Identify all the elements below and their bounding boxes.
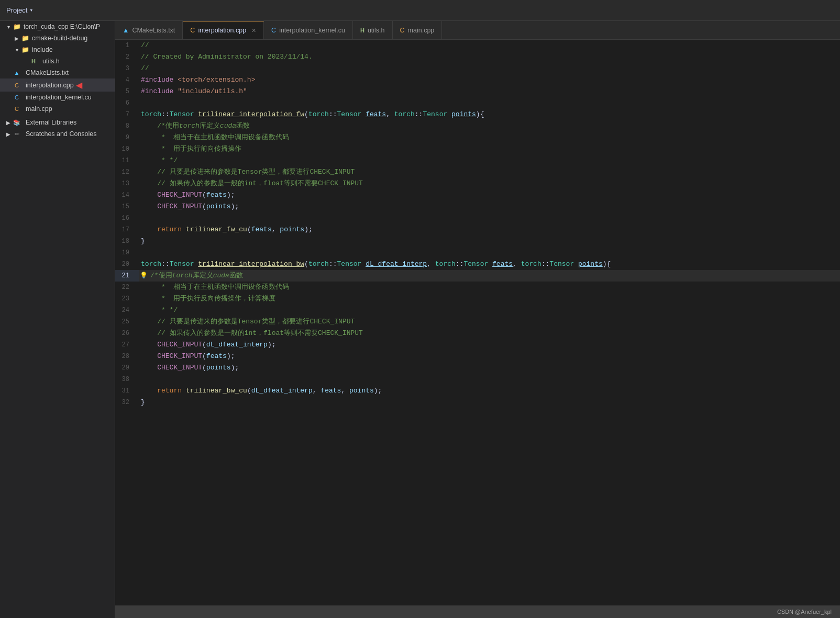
interp-cpp-tab-label: interpolation.cpp: [198, 27, 246, 34]
utils-h-tab-icon: H: [360, 27, 364, 33]
line-num-12: 12: [115, 166, 139, 178]
line-num-10: 10: [115, 143, 139, 155]
code-line-20: 20 torch::Tensor trilinear_interpolation…: [115, 259, 840, 270]
scratches-label: Scratches and Consoles: [26, 130, 97, 138]
code-line-7: 7 torch::Tensor trilinear_interpolation_…: [115, 109, 840, 120]
code-line-13: 13 // 如果传入的参数是一般的int，float等则不需要CHECK_INP…: [115, 178, 840, 189]
line-num-1: 1: [115, 40, 139, 51]
line-content-14: CHECK_INPUT(feats);: [139, 189, 840, 201]
tab-interpolation-cpp[interactable]: C interpolation.cpp ✕: [183, 21, 264, 39]
sidebar: ▾ 📁 torch_cuda_cpp E:\CLion\P ▶ 📁 cmake-…: [0, 21, 115, 618]
interp-cpp-icon: C: [13, 81, 21, 89]
code-line-17: 17 return trilinear_fw_cu(feats, points)…: [115, 224, 840, 235]
code-line-12: 12 // 只要是传进来的参数是Tensor类型，都要进行CHECK_INPUT: [115, 166, 840, 178]
line-content-15: CHECK_INPUT(points);: [139, 201, 840, 212]
line-content-24: * */: [139, 305, 840, 316]
line-num-15: 15: [115, 201, 139, 212]
code-line-1: 1 //: [115, 40, 840, 51]
sidebar-item-cmakelists[interactable]: ▲ CMakeLists.txt: [0, 67, 115, 78]
cmake-build-label: cmake-build-debug: [32, 35, 87, 42]
code-line-29: 29 CHECK_INPUT(points);: [115, 362, 840, 374]
sidebar-item-interpolation-cpp[interactable]: C interpolation.cpp ◀: [0, 78, 115, 92]
line-num-21: 21: [115, 270, 139, 282]
project-title[interactable]: Project: [6, 6, 27, 14]
root-folder-icon: 📁: [13, 23, 21, 31]
tab-cmakelists[interactable]: ▲ CMakeLists.txt: [115, 21, 183, 39]
sidebar-item-external-libs[interactable]: ▶ 📚 External Libraries: [0, 117, 115, 128]
interp-cpp-label: interpolation.cpp: [26, 82, 74, 89]
root-label: torch_cuda_cpp E:\CLion\P: [24, 23, 100, 30]
content-area: ▲ CMakeLists.txt C interpolation.cpp ✕ C…: [115, 21, 840, 618]
utils-h-icon: H: [29, 57, 38, 65]
main-cpp-tab-label: main.cpp: [408, 27, 435, 34]
interp-cu-tab-label: interpolation_kernel.cu: [279, 27, 345, 34]
line-num-31: 31: [115, 385, 139, 397]
sidebar-root[interactable]: ▾ 📁 torch_cuda_cpp E:\CLion\P: [0, 21, 115, 32]
code-line-18: 18 }: [115, 235, 840, 247]
include-label: include: [32, 46, 53, 53]
line-content-23: * 用于执行反向传播操作，计算梯度: [139, 293, 840, 305]
code-line-26: 26 // 如果传入的参数是一般的int，float等则不需要CHECK_INP…: [115, 328, 840, 339]
line-content-1: //: [139, 40, 840, 51]
code-line-2: 2 // Created by Administrator on 2023/11…: [115, 51, 840, 63]
line-num-23: 23: [115, 293, 139, 305]
sidebar-item-utils-h[interactable]: H utils.h: [0, 55, 115, 67]
sidebar-item-main-cpp[interactable]: C main.cpp: [0, 103, 115, 115]
interp-cpp-tab-icon: C: [190, 27, 195, 34]
line-content-17: return trilinear_fw_cu(feats, points);: [139, 224, 840, 235]
line-num-4: 4: [115, 74, 139, 86]
line-num-19: 19: [115, 247, 139, 259]
utils-h-tab-label: utils.h: [368, 27, 385, 34]
main-cpp-tab-icon: C: [400, 27, 405, 34]
line-num-20: 20: [115, 259, 139, 270]
code-line-3: 3 //: [115, 63, 840, 74]
include-expand-icon: ▾: [13, 46, 21, 54]
code-line-6: 6: [115, 97, 840, 109]
line-num-13: 13: [115, 178, 139, 189]
red-arrow-icon: ◀: [76, 80, 82, 90]
line-content-21: /*使用torch库定义cuda函数: [148, 270, 840, 282]
line-num-11: 11: [115, 155, 139, 166]
include-folder-icon: 📁: [21, 46, 29, 54]
line-content-2: // Created by Administrator on 2023/11/1…: [139, 51, 840, 63]
line-num-28: 28: [115, 351, 139, 362]
line-content-4: #include <torch/extension.h>: [139, 74, 840, 86]
code-line-11: 11 * */: [115, 155, 840, 166]
line-content-10: * 用于执行前向传播操作: [139, 143, 840, 155]
ext-libs-icon: 📚: [13, 118, 21, 127]
root-expand-icon: ▾: [4, 23, 13, 31]
code-line-19: 19: [115, 247, 840, 259]
line-content-9: * 相当于在主机函数中调用设备函数代码: [139, 132, 840, 143]
line-num-7: 7: [115, 109, 139, 120]
project-chevron[interactable]: ▾: [29, 7, 33, 14]
main-cpp-label: main.cpp: [26, 105, 52, 113]
tab-interpolation-kernel[interactable]: C interpolation_kernel.cu: [264, 21, 353, 39]
code-editor[interactable]: 1 // 2 // Created by Administrator on 20…: [115, 40, 840, 605]
code-line-15: 15 CHECK_INPUT(points);: [115, 201, 840, 212]
tab-utils-h[interactable]: H utils.h: [353, 21, 393, 39]
line-content-12: // 只要是传进来的参数是Tensor类型，都要进行CHECK_INPUT: [139, 166, 840, 178]
interp-cu-label: interpolation_kernel.cu: [26, 94, 92, 101]
code-line-27: 27 CHECK_INPUT(dL_dfeat_interp);: [115, 339, 840, 351]
code-line-25: 25 // 只要是传进来的参数是Tensor类型，都要进行CHECK_INPUT: [115, 316, 840, 328]
line-num-32: 32: [115, 397, 139, 408]
tab-main-cpp[interactable]: C main.cpp: [393, 21, 443, 39]
sidebar-item-interpolation-kernel[interactable]: C interpolation_kernel.cu: [0, 92, 115, 103]
sidebar-item-cmake-build-debug[interactable]: ▶ 📁 cmake-build-debug: [0, 32, 115, 44]
line-num-22: 22: [115, 282, 139, 293]
cmakelists-label: CMakeLists.txt: [26, 69, 69, 76]
line-num-3: 3: [115, 63, 139, 74]
line-content-7: torch::Tensor trilinear_interpolation_fw…: [139, 109, 840, 120]
utils-h-label: utils.h: [42, 58, 60, 65]
line-content-26: // 如果传入的参数是一般的int，float等则不需要CHECK_INPUT: [139, 328, 840, 339]
line-num-18: 18: [115, 235, 139, 247]
code-line-8: 8 /*使用torch库定义cuda函数: [115, 120, 840, 132]
sidebar-item-include[interactable]: ▾ 📁 include: [0, 44, 115, 55]
ext-libs-expand-icon: ▶: [4, 118, 13, 127]
interp-cpp-tab-close[interactable]: ✕: [251, 27, 256, 34]
cmake-tab-icon: ▲: [123, 27, 129, 34]
sidebar-item-scratches[interactable]: ▶ ✏ Scratches and Consoles: [0, 128, 115, 140]
line-num-24: 24: [115, 305, 139, 316]
line-num-5: 5: [115, 86, 139, 97]
line-content-25: // 只要是传进来的参数是Tensor类型，都要进行CHECK_INPUT: [139, 316, 840, 328]
